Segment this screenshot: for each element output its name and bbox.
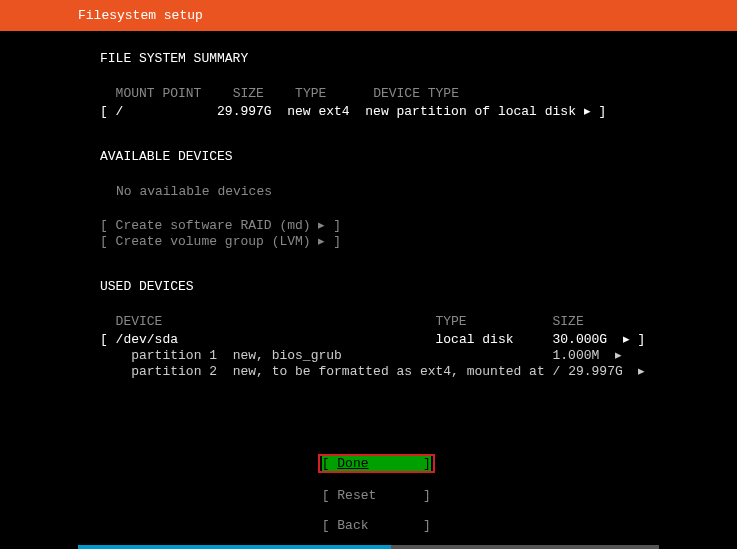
create-raid-button[interactable]: [ Create software RAID (md) ▸ ] (100, 217, 737, 233)
partition-row-1[interactable]: partition 1 new, bios_grub 1.000M ▸ (100, 347, 737, 363)
back-button[interactable]: [ Back ] (322, 518, 431, 533)
chevron-right-icon: ▸ (584, 103, 591, 118)
header-title: Filesystem setup (78, 8, 203, 23)
button-area: [ Done ] [ Reset ] [ Back ] (0, 439, 737, 533)
chevron-right-icon: ▸ (623, 331, 630, 346)
progress-fill (78, 545, 391, 549)
reset-button[interactable]: [ Reset ] (322, 488, 431, 503)
create-lvm-button[interactable]: [ Create volume group (LVM) ▸ ] (100, 233, 737, 249)
chevron-right-icon: ▸ (638, 363, 645, 378)
done-highlight: [ Done ] (318, 454, 435, 473)
progress-bar: 7 / 13 (78, 545, 659, 549)
no-devices-text: No available devices (100, 184, 737, 199)
used-title: USED DEVICES (100, 279, 737, 294)
summary-columns: MOUNT POINT SIZE TYPE DEVICE TYPE (100, 86, 737, 101)
main-content: FILE SYSTEM SUMMARY MOUNT POINT SIZE TYP… (0, 31, 737, 379)
summary-row[interactable]: [ / 29.997G new ext4 new partition of lo… (100, 103, 737, 119)
header-bar: Filesystem setup (0, 0, 737, 31)
done-button[interactable]: [ Done ] (322, 456, 431, 471)
chevron-right-icon: ▸ (615, 347, 622, 362)
chevron-right-icon: ▸ (318, 217, 325, 232)
partition-row-2[interactable]: partition 2 new, to be formatted as ext4… (100, 363, 737, 379)
available-title: AVAILABLE DEVICES (100, 149, 737, 164)
disk-row[interactable]: [ /dev/sda local disk 30.000G ▸ ] (100, 331, 737, 347)
used-columns: DEVICE TYPE SIZE (100, 314, 737, 329)
summary-title: FILE SYSTEM SUMMARY (100, 51, 737, 66)
chevron-right-icon: ▸ (318, 233, 325, 248)
progress-area: 7 / 13 (0, 545, 737, 549)
